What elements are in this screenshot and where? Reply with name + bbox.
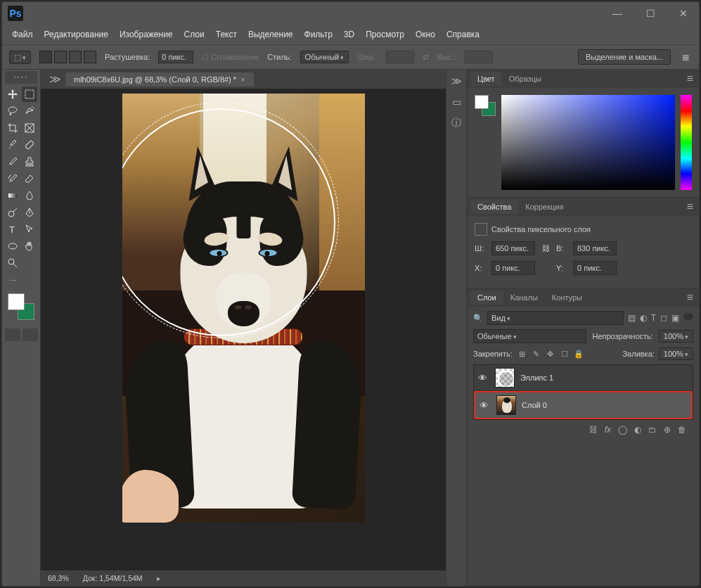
layers-panel-menu-icon[interactable]: ≡ [681, 291, 699, 304]
layer-visibility-icon[interactable]: 👁 [478, 373, 489, 383]
history-brush-tool[interactable] [5, 171, 20, 186]
foreground-color[interactable] [8, 293, 25, 310]
fill-input[interactable]: 100% [659, 347, 693, 360]
layer-thumbnail[interactable] [495, 368, 515, 388]
tab-channels[interactable]: Каналы [503, 290, 545, 305]
selection-mode-icons[interactable] [39, 51, 96, 63]
prop-x-input[interactable] [491, 261, 535, 275]
maximize-button[interactable]: ☐ [641, 5, 661, 22]
path-select-tool[interactable] [22, 222, 37, 237]
tab-color[interactable]: Цвет [470, 72, 502, 86]
eyedropper-tool[interactable] [5, 137, 20, 153]
status-chevron-icon[interactable]: ▸ [157, 574, 161, 582]
hand-tool[interactable] [22, 238, 37, 254]
ellipse-tool[interactable] [5, 238, 20, 254]
lock-position-icon[interactable]: ✥ [545, 348, 556, 359]
layer-mask-icon[interactable]: ◯ [618, 425, 627, 435]
more-tools[interactable]: ⋯ [5, 272, 20, 288]
delete-layer-icon[interactable]: 🗑 [678, 425, 686, 435]
filter-smart-icon[interactable]: ▣ [671, 313, 679, 323]
menu-window[interactable]: Окно [410, 27, 441, 42]
quick-select-tool[interactable] [22, 103, 37, 119]
menu-select[interactable]: Выделение [243, 27, 299, 42]
mini-color-swatches[interactable] [475, 95, 496, 116]
stamp-tool[interactable] [22, 154, 37, 170]
tab-properties[interactable]: Свойства [470, 200, 518, 214]
layer-fx-icon[interactable]: fx [605, 425, 611, 435]
layer-row-background[interactable]: 👁 Слой 0 [474, 391, 693, 419]
marquee-tool-select[interactable]: ⬚ [9, 51, 31, 64]
filter-adjust-icon[interactable]: ◐ [640, 313, 647, 323]
color-panel-menu-icon[interactable]: ≡ [681, 72, 699, 85]
prop-y-input[interactable] [573, 261, 617, 275]
link-wh-icon[interactable]: ⛓ [539, 243, 552, 253]
menu-filter[interactable]: Фильтр [299, 27, 338, 42]
menu-text[interactable]: Текст [210, 27, 243, 42]
adjustment-layer-icon[interactable]: ◐ [634, 425, 641, 435]
filter-toggle[interactable] [683, 313, 693, 320]
lock-artboard-icon[interactable]: ☐ [559, 348, 570, 359]
canvas-viewport[interactable] [41, 89, 446, 570]
crop-tool[interactable] [5, 120, 20, 136]
color-swatches[interactable] [8, 293, 34, 320]
healing-tool[interactable] [22, 137, 37, 153]
tab-layers[interactable]: Слои [470, 290, 503, 305]
layer-row-ellipse[interactable]: 👁 Эллипс 1 [474, 365, 693, 391]
filter-shape-icon[interactable]: ◻ [660, 313, 667, 323]
menu-edit[interactable]: Редактирование [39, 27, 114, 42]
menu-file[interactable]: Файл [6, 27, 39, 42]
properties-panel-menu-icon[interactable]: ≡ [681, 200, 699, 213]
feather-input[interactable] [158, 51, 193, 63]
blur-tool[interactable] [22, 188, 37, 203]
type-tool[interactable]: T [5, 222, 20, 237]
minimize-button[interactable]: — [607, 5, 628, 22]
prop-h-input[interactable] [573, 241, 617, 255]
frame-tool[interactable] [22, 120, 37, 136]
layer-filter-kind[interactable]: Вид [487, 311, 624, 325]
color-field[interactable] [501, 95, 675, 190]
eraser-tool[interactable] [22, 171, 37, 186]
layer-group-icon[interactable]: 🗀 [648, 425, 657, 435]
pen-tool[interactable] [22, 205, 37, 220]
link-layers-icon[interactable]: ⛓ [589, 425, 598, 435]
quick-mask-toggle[interactable] [5, 328, 20, 341]
close-button[interactable]: ✕ [674, 5, 693, 22]
tool-tabs-handle[interactable]: •••• [5, 71, 37, 84]
gradient-tool[interactable] [5, 188, 20, 203]
brush-tool[interactable] [5, 154, 20, 170]
prop-w-input[interactable] [491, 241, 535, 255]
info-panel-icon[interactable]: ⓘ [449, 116, 463, 130]
filter-pixel-icon[interactable]: ▤ [628, 313, 636, 323]
lock-pixels-icon[interactable]: ✎ [531, 348, 542, 359]
close-tab-icon[interactable]: × [240, 75, 245, 84]
opacity-input[interactable]: 100% [659, 330, 693, 343]
blend-mode-select[interactable]: Обычные [473, 329, 586, 343]
menu-help[interactable]: Справка [441, 27, 485, 42]
zoom-tool[interactable] [5, 255, 20, 271]
expand-strip-icon[interactable]: ≫ [449, 74, 463, 88]
canvas[interactable] [122, 94, 365, 523]
hue-slider[interactable] [681, 95, 692, 190]
lock-all-icon[interactable]: 🔒 [573, 348, 584, 359]
tabs-chevron-icon[interactable]: ≫ [45, 72, 65, 86]
style-select[interactable]: Обычный [300, 51, 349, 63]
lock-transparency-icon[interactable]: ⊞ [517, 348, 528, 359]
layer-thumbnail[interactable] [496, 395, 516, 415]
layer-name[interactable]: Эллипс 1 [520, 373, 553, 382]
new-layer-icon[interactable]: ⊕ [664, 425, 671, 435]
dodge-tool[interactable] [5, 205, 20, 220]
panel-menu-icon[interactable]: ▦ [679, 53, 692, 62]
menu-image[interactable]: Изображение [114, 27, 179, 42]
menu-view[interactable]: Просмотр [360, 27, 410, 42]
layer-name[interactable]: Слой 0 [522, 401, 547, 409]
tab-adjustments[interactable]: Коррекция [518, 200, 570, 214]
tab-swatches[interactable]: Образцы [502, 72, 548, 86]
menu-layers[interactable]: Слои [179, 27, 210, 42]
zoom-level[interactable]: 68,3% [48, 574, 69, 582]
select-and-mask-button[interactable]: Выделение и маска... [578, 49, 671, 65]
screen-mode-button[interactable] [22, 328, 38, 341]
move-tool[interactable] [5, 87, 20, 102]
filter-type-icon[interactable]: T [651, 313, 656, 323]
layer-visibility-icon[interactable]: 👁 [480, 400, 491, 411]
lasso-tool[interactable] [5, 103, 20, 119]
